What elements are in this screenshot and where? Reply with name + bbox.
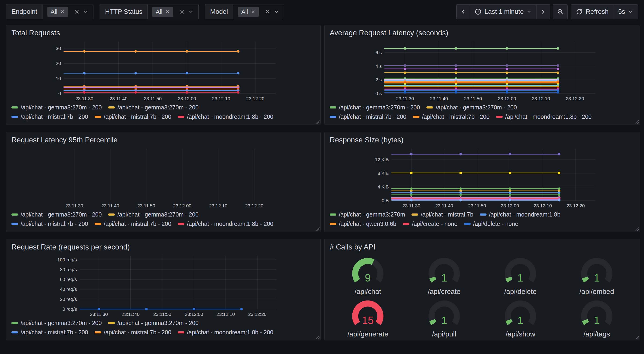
chart-request-rate[interactable]: 23:11:3023:11:4023:11:5023:12:0023:12:10… — [12, 253, 315, 318]
legend-swatch — [12, 331, 18, 333]
close-icon[interactable] — [165, 9, 170, 14]
legend-label: /api/chat - gemma3:270m — [339, 211, 405, 218]
legend-label: /api/chat - gemma3:270m - 200 — [20, 104, 102, 111]
legend-item[interactable]: /api/chat - moondream:1.8b - 200 — [178, 113, 274, 120]
legend-swatch — [178, 223, 184, 225]
panel-resize-handle[interactable] — [635, 335, 639, 339]
legend-item[interactable]: /api/chat - moondream:1.8b — [480, 211, 560, 218]
panel-resize-handle[interactable] — [635, 226, 639, 231]
zoom-out-button[interactable] — [553, 5, 568, 19]
close-icon[interactable] — [251, 9, 256, 14]
legend-item[interactable]: /api/chat - gemma3:270m - 200 — [108, 104, 198, 111]
chart-series — [64, 50, 240, 94]
panel-resize-handle[interactable] — [315, 226, 320, 231]
legend-label: /api/chat - gemma3:270m - 200 — [117, 211, 198, 218]
legend-label: /api/chat - mistral:7b - 200 — [339, 113, 406, 120]
filter-value-pill[interactable]: All — [48, 7, 68, 17]
refresh-button[interactable]: Refresh — [571, 5, 614, 19]
dashboard-toolbar: Endpoint All HTTP — [0, 0, 644, 19]
svg-text:23:11:40: 23:11:40 — [102, 203, 120, 208]
time-series-plot[interactable]: 23:11:3023:11:4023:11:5023:12:0023:12:10… — [12, 39, 315, 102]
legend-item[interactable]: /api/chat - moondream:1.8b - 200 — [178, 329, 274, 336]
legend-item[interactable]: /api/chat - gemma3:270m - 200 — [108, 320, 198, 326]
legend-item[interactable]: /api/chat - gemma3:270m - 200 — [12, 104, 102, 111]
chart-total-requests[interactable]: 23:11:3023:11:4023:11:5023:12:0023:12:10… — [12, 39, 315, 102]
legend-swatch — [178, 331, 184, 333]
time-series-plot[interactable]: 23:11:3023:11:4023:11:5023:12:0023:12:10… — [330, 39, 635, 102]
svg-text:23:12:10: 23:12:10 — [534, 203, 552, 208]
legend-swatch — [464, 223, 470, 225]
gauge-arc: 9 — [343, 253, 392, 288]
chart-average-request-latency[interactable]: 23:11:3023:11:4023:11:5023:12:0023:12:10… — [330, 39, 635, 102]
time-shift-back-button[interactable] — [456, 5, 470, 19]
legend-item[interactable]: /api/delete - none — [464, 220, 518, 227]
legend-item[interactable]: /api/create - none — [403, 220, 458, 227]
close-icon[interactable] — [60, 9, 65, 14]
legend-item[interactable]: /api/chat - mistral:7b - 200 — [95, 113, 171, 120]
legend-row: /api/chat - mistral:7b - 200/api/chat - … — [12, 327, 315, 337]
legend-item[interactable]: /api/chat - gemma3:270m - 200 — [426, 104, 517, 111]
legend-item[interactable]: /api/chat - mistral:7b - 200 — [95, 220, 171, 227]
chart-response-size[interactable]: 23:11:3023:11:4023:11:5023:12:0023:12:10… — [330, 146, 635, 209]
legend-item[interactable]: /api/chat - gemma3:270m - 200 — [12, 211, 102, 218]
legend-item[interactable]: /api/chat - mistral:7b - 200 — [330, 113, 406, 120]
filter-value-box[interactable]: All — [148, 4, 198, 19]
svg-text:23:11:40: 23:11:40 — [122, 312, 140, 317]
legend-label: /api/chat - moondream:1.8b - 200 — [187, 113, 274, 120]
legend-label: /api/chat - gemma3:270m - 200 — [117, 320, 198, 326]
clear-selection-icon[interactable] — [179, 9, 185, 15]
time-series-plot[interactable]: 23:11:3023:11:4023:11:5023:12:0023:12:10… — [12, 253, 315, 318]
clear-selection-icon[interactable] — [265, 9, 270, 15]
svg-text:23:11:40: 23:11:40 — [430, 96, 448, 101]
filter-label: HTTP Status — [100, 4, 148, 19]
filter-label: Endpoint — [6, 4, 42, 19]
svg-text:12 KiB: 12 KiB — [375, 157, 389, 162]
legend-item[interactable]: /api/chat - gemma3:270m - 200 — [330, 104, 420, 111]
chevron-down-icon[interactable] — [188, 9, 194, 15]
time-shift-forward-button[interactable] — [536, 5, 550, 19]
legend-item[interactable]: /api/chat - mistral:7b - 200 — [12, 220, 88, 227]
panel-title: Request Latency 95th Percentile — [12, 136, 315, 144]
legend-swatch — [12, 223, 18, 225]
time-series-plot[interactable]: 23:11:3023:11:4023:11:5023:12:0023:12:10… — [330, 146, 635, 209]
panel-resize-handle[interactable] — [635, 119, 639, 124]
time-range-picker[interactable]: Last 1 minute — [470, 5, 536, 19]
filter-value-pill[interactable]: All — [152, 7, 173, 17]
filter-value-box[interactable]: All — [233, 4, 284, 19]
clear-selection-icon[interactable] — [74, 9, 80, 15]
chevron-down-icon[interactable] — [274, 9, 279, 15]
legend-item[interactable]: /api/chat - mistral:7b - 200 — [12, 329, 88, 336]
legend-swatch — [108, 106, 115, 109]
filter-model: Model All — [205, 4, 284, 19]
svg-text:10: 10 — [56, 76, 61, 81]
filter-value-text: All — [51, 8, 58, 16]
svg-text:23:11:50: 23:11:50 — [464, 96, 482, 101]
legend-item[interactable]: /api/chat - mistral:7b - 200 — [413, 113, 490, 120]
svg-text:4 KiB: 4 KiB — [378, 184, 389, 189]
legend-item[interactable]: /api/chat - mistral:7b - 200 — [95, 329, 171, 336]
legend-item[interactable]: /api/chat - gemma3:270m - 200 — [12, 320, 102, 326]
legend-item[interactable]: /api/chat - qwen3:0.6b — [330, 220, 396, 227]
time-series-plot[interactable]: 23:11:3023:11:4023:11:5023:12:0023:12:10… — [12, 146, 315, 209]
chevron-down-icon[interactable] — [83, 9, 88, 15]
legend-row: /api/chat - gemma3:270m/api/chat - mistr… — [330, 210, 635, 219]
legend-item[interactable]: /api/chat - mistral:7b — [412, 211, 473, 218]
legend-swatch — [330, 116, 336, 118]
svg-text:100 req/s: 100 req/s — [57, 257, 77, 262]
legend-item[interactable]: /api/chat - gemma3:270m - 200 — [108, 211, 198, 218]
gauge-arc: 1 — [496, 296, 545, 331]
legend-swatch — [330, 223, 336, 225]
legend-item[interactable]: /api/chat - moondream:1.8b - 200 — [496, 113, 592, 120]
svg-text:0 s: 0 s — [376, 91, 382, 96]
chart-legend: /api/chat - gemma3:270m - 200/api/chat -… — [12, 102, 315, 123]
chart-request-latency-95th[interactable]: 23:11:3023:11:4023:11:5023:12:0023:12:10… — [12, 146, 315, 209]
legend-item[interactable]: /api/chat - mistral:7b - 200 — [12, 113, 88, 120]
legend-item[interactable]: /api/chat - gemma3:270m — [330, 211, 405, 218]
legend-swatch — [403, 223, 410, 225]
panel-resize-handle[interactable] — [315, 335, 320, 339]
filter-value-box[interactable]: All — [42, 4, 94, 19]
legend-item[interactable]: /api/chat - moondream:1.8b - 200 — [178, 220, 274, 227]
filter-value-pill[interactable]: All — [238, 7, 259, 17]
refresh-interval-dropdown[interactable]: 5s — [613, 5, 638, 19]
panel-resize-handle[interactable] — [315, 119, 320, 124]
